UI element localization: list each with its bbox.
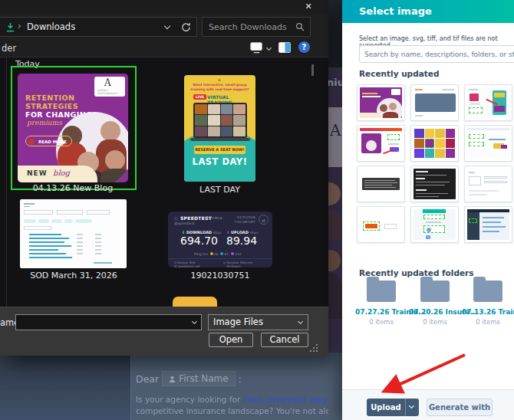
resize-grip[interactable]: [310, 344, 319, 353]
media-grid: [357, 84, 512, 243]
folder-item[interactable]: 07.20.26 Insura... 0 items: [409, 281, 461, 326]
media-thumbnail-dashboard[interactable]: [464, 206, 512, 243]
background-logo-fragment: A: [328, 107, 342, 167]
personalization-token: First Name: [162, 371, 235, 386]
face-blob: [328, 182, 341, 205]
clothing-blob: [328, 273, 342, 319]
panel-footer: Upload Generate with AI: [342, 389, 514, 420]
upload-dropdown-button[interactable]: [405, 399, 419, 416]
dialog-bottom-bar: ame: Image Files Open Cancel: [0, 307, 328, 356]
result-icon: ıl: [259, 215, 269, 225]
new-blog-band: NEW blog: [18, 166, 97, 182]
folder-item[interactable]: 07.27.26 Trainin... 0 items: [355, 281, 407, 326]
media-thumbnail-modal-screenshot[interactable]: [410, 206, 459, 243]
file-item-lastday-thumbnail[interactable]: ⌂ Want interactive, small-group training…: [184, 75, 255, 182]
file-item-caption: LAST DAY: [184, 185, 255, 195]
media-thumbnail-form-screenshot[interactable]: [464, 166, 512, 202]
clothing-blob: [328, 209, 341, 240]
chevron-down-icon: [409, 403, 414, 409]
address-bar[interactable]: › Downloads: [0, 17, 197, 37]
file-item-caption: 04.13.26 New Blog: [18, 183, 128, 193]
filetype-select[interactable]: Image Files: [208, 314, 308, 330]
media-thumbnail-image-gallery[interactable]: [410, 125, 459, 162]
select-image-panel: Select image Select an image. svg, tiff,…: [342, 0, 514, 420]
media-thumbnail-dark-document[interactable]: [410, 166, 459, 202]
folder-item[interactable]: 07.13.26 Trainin... 0 items: [462, 281, 514, 326]
folder-icon: [420, 281, 450, 302]
open-button[interactable]: Open: [209, 333, 253, 347]
breadcrumb-separator: ›: [18, 21, 21, 31]
file-item-caption: SOD March 31, 2026: [9, 271, 138, 281]
upload-button[interactable]: Upload: [367, 399, 405, 416]
file-item-speedtest-thumbnail[interactable]: ◴ SPEEDTEST by OOKLA @speedtest 03/31/20…: [168, 212, 272, 267]
recently-updated-heading: Recently updated: [359, 69, 439, 78]
greeting-colon: :: [239, 373, 242, 385]
file-item-blog-thumbnail[interactable]: AAGENCY PERFORMANCE RETENTION STRATEGIES…: [18, 74, 128, 182]
media-thumbnail-settings-screenshot[interactable]: [464, 125, 512, 162]
screen: Dear First Name : Is your agency looking…: [0, 0, 514, 420]
email-paragraph-line1: Is your agency looking for real, practic…: [136, 395, 343, 404]
media-search-input[interactable]: [359, 45, 514, 63]
media-thumbnail-retention-blog[interactable]: [357, 84, 405, 121]
search-icon: [295, 22, 305, 31]
email-greeting: Dear First Name :: [136, 371, 242, 386]
folder-icon: [473, 281, 502, 302]
media-thumbnail-flyer-screenshot[interactable]: [464, 84, 512, 121]
dialog-titlebar: [0, 0, 328, 14]
read-more-pill: READ MORE: [25, 136, 72, 146]
background-page-strip: nium A: [328, 0, 342, 420]
file-open-dialog: ✕ › Downloads Search Downloads der ?: [0, 0, 328, 356]
greeting-text: Dear: [136, 373, 159, 385]
breadcrumb[interactable]: Downloads: [27, 21, 75, 32]
email-paragraph-line2: competitive insurance landscape? You're …: [136, 406, 343, 415]
media-thumbnail-blog-in-browser[interactable]: [357, 125, 405, 162]
view-mode-icon[interactable]: [250, 42, 263, 54]
strip-top-shade: [328, 0, 342, 67]
file-item-sod-thumbnail[interactable]: [20, 199, 127, 268]
address-dropdown-icon[interactable]: [164, 23, 170, 29]
email-content-background: Dear First Name : Is your agency looking…: [130, 356, 343, 420]
media-thumbnail-text-card[interactable]: [357, 166, 405, 202]
dimmed-editor-background: [0, 356, 130, 420]
search-placeholder: Search Downloads: [209, 22, 287, 32]
cancel-button[interactable]: Cancel: [261, 333, 308, 347]
scrollbar[interactable]: [311, 64, 314, 76]
media-thumbnail-button-highlight[interactable]: [357, 206, 405, 243]
background-blog-image-edge: nium A: [328, 67, 342, 353]
generate-with-ai-button[interactable]: Generate with AI: [427, 399, 493, 416]
background-headline-fragment: nium: [328, 77, 342, 88]
downloads-icon: [5, 22, 15, 32]
pane-separator: [6, 57, 7, 307]
panel-title: Select image: [359, 5, 432, 17]
search-downloads-box[interactable]: Search Downloads: [202, 17, 311, 37]
filename-input[interactable]: [15, 314, 202, 330]
token-label: First Name: [179, 373, 228, 384]
refresh-icon[interactable]: [180, 21, 192, 33]
partially-visible-thumbnail[interactable]: [173, 297, 217, 307]
toolbar-newfolder-label[interactable]: der: [2, 43, 16, 54]
help-icon[interactable]: ?: [298, 41, 310, 53]
file-item-caption: 19021030751: [168, 271, 272, 281]
flyer-logo: ⌂: [218, 77, 221, 82]
preview-pane-icon[interactable]: [278, 42, 291, 53]
view-mode-dropdown-icon[interactable]: [266, 45, 272, 51]
folder-icon: [367, 281, 396, 302]
brand-logo-chip: AAGENCY PERFORMANCE: [94, 77, 125, 97]
video-call-grid: [193, 103, 247, 138]
face-blob: [328, 250, 341, 271]
media-thumbnail-banner[interactable]: [410, 84, 459, 121]
close-icon[interactable]: ✕: [298, 0, 319, 13]
file-list[interactable]: Today AAGENCY PERFORMANCE RETENTION STRA…: [0, 57, 328, 307]
person-icon: [169, 376, 176, 382]
